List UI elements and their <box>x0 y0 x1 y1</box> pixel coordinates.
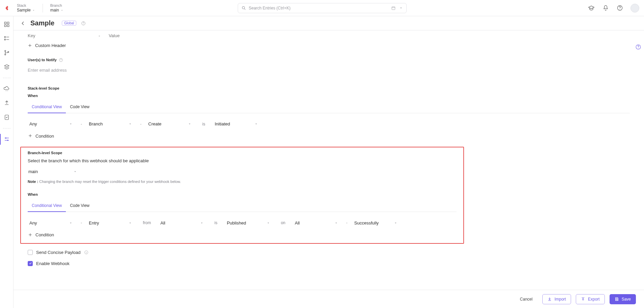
notify-email-input[interactable] <box>28 68 163 73</box>
entries-icon[interactable] <box>3 35 10 42</box>
branch-scope-select-entity[interactable]: Entry <box>87 218 135 228</box>
tab-conditional-view[interactable]: Conditional View <box>28 101 66 113</box>
stack-scope-select-action[interactable]: Create <box>147 119 194 129</box>
save-label: Save <box>622 297 631 302</box>
crumb-separator <box>43 4 43 13</box>
avatar[interactable] <box>630 4 639 13</box>
select-value: All <box>160 220 165 226</box>
add-stack-condition-button[interactable]: Condition <box>28 134 54 139</box>
chevron-down-icon <box>128 122 132 126</box>
layers-icon[interactable] <box>3 64 10 70</box>
side-rail <box>0 16 14 308</box>
stack-crumb[interactable]: Stack Sample <box>17 3 35 13</box>
tab-code-view[interactable]: Code View <box>66 200 94 212</box>
branch-scope-highlight: Branch-level Scope Select the branch for… <box>20 147 464 244</box>
chevron-down-icon <box>69 221 73 225</box>
branch-select-value: main <box>28 169 38 174</box>
add-branch-condition-button[interactable]: Condition <box>28 232 54 237</box>
svg-point-0 <box>242 6 244 9</box>
import-icon <box>547 297 552 301</box>
calendar-icon[interactable] <box>391 6 396 10</box>
publish-icon[interactable] <box>3 100 10 106</box>
enable-webhook-label: Enable Webhook <box>36 261 70 266</box>
branch-scope-select-result[interactable]: Successfully <box>353 218 400 228</box>
page-title: Sample <box>30 19 54 27</box>
bell-icon[interactable] <box>602 5 609 11</box>
users-notify-section: User(s) to Notify <box>28 58 630 62</box>
cancel-button[interactable]: Cancel <box>515 294 538 304</box>
branch-scope-select-any[interactable]: Any <box>28 218 75 228</box>
when-label: When <box>28 94 38 98</box>
note-text: Changing the branch may reset the trigge… <box>39 180 181 184</box>
add-custom-header-button[interactable]: Custom Header <box>28 43 66 48</box>
word-is: is <box>194 122 213 126</box>
svg-rect-2 <box>392 6 395 9</box>
concise-payload-label: Send Concise Payload <box>36 250 81 255</box>
svg-rect-6 <box>4 22 6 24</box>
add-custom-header-label: Custom Header <box>35 43 66 48</box>
branch-value: main <box>50 8 59 13</box>
word-is: is <box>206 220 226 225</box>
info-icon[interactable] <box>84 250 88 255</box>
rail-separator <box>3 128 10 128</box>
branch-crumb[interactable]: Branch main <box>50 3 63 13</box>
branch-scope-select-state[interactable]: Published <box>226 218 273 228</box>
svg-rect-10 <box>4 37 5 38</box>
chevron-down-icon <box>128 221 132 225</box>
chevron-down-icon <box>254 122 258 126</box>
stack-value-dropdown[interactable]: Sample <box>17 8 35 13</box>
branch-icon[interactable] <box>3 49 10 56</box>
stack-scope-select-state[interactable]: Initiated <box>213 119 261 129</box>
add-condition-label: Condition <box>35 134 54 139</box>
page-help-icon[interactable] <box>81 21 86 26</box>
import-button[interactable]: Import <box>542 294 571 304</box>
enable-webhook-checkbox[interactable] <box>28 261 33 266</box>
chevron-down-icon <box>73 170 77 173</box>
stack-value: Sample <box>17 8 31 13</box>
svg-point-15 <box>4 54 5 55</box>
branch-select[interactable]: main <box>28 167 80 176</box>
rail-separator <box>3 78 10 78</box>
plus-icon <box>28 134 33 138</box>
stack-scope-tabs: Conditional View Code View <box>28 101 630 113</box>
export-icon <box>581 297 585 301</box>
select-value: Any <box>29 220 37 226</box>
branch-scope-select-from[interactable]: All <box>159 218 206 228</box>
concise-payload-checkbox[interactable] <box>28 250 33 255</box>
branch-when-label: When <box>28 192 457 196</box>
chevron-down-icon[interactable] <box>399 6 403 10</box>
svg-point-5 <box>619 9 620 9</box>
dash-separator: - <box>341 220 353 225</box>
chevron-down-icon <box>69 122 73 126</box>
stack-scope-select-branch[interactable]: Branch <box>87 119 135 129</box>
info-icon[interactable] <box>59 58 63 62</box>
tab-conditional-view[interactable]: Conditional View <box>28 200 66 212</box>
svg-rect-7 <box>7 22 9 24</box>
save-button[interactable]: Save <box>610 294 636 304</box>
dash-separator: - <box>75 122 87 126</box>
select-value: Entry <box>89 220 99 226</box>
global-search[interactable] <box>238 3 407 13</box>
branch-scope-select-on[interactable]: All <box>293 218 341 228</box>
tab-code-view[interactable]: Code View <box>66 101 94 113</box>
select-value: Successfully <box>354 220 379 226</box>
search-input[interactable] <box>249 6 388 10</box>
stack-scope-select-any[interactable]: Any <box>28 119 75 129</box>
enable-webhook-row: Enable Webhook <box>28 261 630 266</box>
when-label: When <box>28 192 38 196</box>
dashboard-icon[interactable] <box>3 21 10 28</box>
export-label: Export <box>588 297 600 302</box>
releases-icon[interactable] <box>3 86 10 92</box>
search-icon <box>241 6 246 10</box>
branch-value-dropdown[interactable]: main <box>50 8 63 13</box>
svg-point-17 <box>5 91 6 91</box>
svg-rect-12 <box>4 39 5 40</box>
back-arrow-icon[interactable] <box>20 21 26 26</box>
education-icon[interactable] <box>588 5 595 11</box>
svg-point-18 <box>6 91 7 91</box>
tasks-icon[interactable] <box>3 114 10 121</box>
chevron-down-icon <box>188 122 191 126</box>
settings-icon[interactable] <box>3 136 10 143</box>
export-button[interactable]: Export <box>576 294 605 304</box>
help-icon[interactable] <box>616 5 623 11</box>
